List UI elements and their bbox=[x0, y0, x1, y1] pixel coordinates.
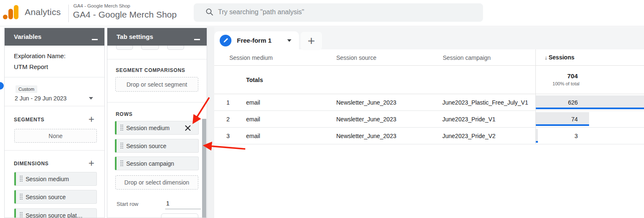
tab-chevron-down-icon[interactable] bbox=[287, 39, 291, 42]
sort-descending-icon: ↓ bbox=[545, 54, 548, 61]
drag-handle-icon[interactable] bbox=[20, 194, 23, 200]
divider bbox=[5, 77, 104, 77]
cell-session-source: Newsletter_June_2023 bbox=[336, 133, 396, 139]
sessions-value: 74 bbox=[536, 116, 578, 123]
exploration-name-label: Exploration Name: bbox=[14, 51, 65, 62]
property-switcher[interactable]: GA4 - Google Merch Shop bbox=[73, 10, 177, 20]
minimize-icon[interactable] bbox=[194, 39, 200, 40]
analytics-logo-icon bbox=[14, 5, 18, 19]
analytics-logo-icon bbox=[3, 15, 8, 19]
search-input[interactable]: Try searching "path analysis" bbox=[194, 3, 483, 22]
dimension-drop-label: Drop or select dimension bbox=[125, 179, 190, 186]
start-row-label: Start row bbox=[117, 201, 138, 207]
segments-none-label: None bbox=[49, 133, 62, 139]
cell-session-medium: email bbox=[246, 133, 260, 139]
search-placeholder: Try searching "path analysis" bbox=[218, 8, 304, 16]
dimension-chip-label: Session medium bbox=[126, 125, 170, 131]
table-header-row: Session medium Session source Session ca… bbox=[214, 49, 644, 66]
cell-session-source: Newsletter_June_2023 bbox=[336, 116, 396, 123]
divider bbox=[5, 106, 104, 106]
table-row[interactable]: 1emailNewsletter_June_2023June2023_Plast… bbox=[214, 94, 644, 111]
divider bbox=[5, 150, 104, 151]
panel-scrollbar[interactable] bbox=[202, 119, 206, 218]
edit-pencil-icon bbox=[220, 35, 231, 46]
date-range-selector[interactable]: 2 Jun - 29 Jun 2023 bbox=[15, 95, 67, 102]
tab-settings-panel: Tab settings SEGMENT COMPARISONS Drop or… bbox=[107, 28, 207, 218]
rows-label: ROWS bbox=[116, 111, 132, 117]
sessions-value: 3 bbox=[536, 133, 578, 139]
variables-panel-header: Variables bbox=[5, 28, 104, 46]
report-canvas: Free-form 1 + Session medium Session sou… bbox=[214, 27, 644, 218]
table-row[interactable]: 3emailNewsletter_June_2023June2023_Pride… bbox=[214, 128, 644, 144]
chevron-down-icon[interactable] bbox=[89, 97, 93, 100]
minimize-icon[interactable] bbox=[92, 39, 98, 40]
dimension-chip-label: Session campaign bbox=[126, 160, 174, 167]
variables-panel-title: Variables bbox=[14, 33, 42, 40]
table-rows: 1emailNewsletter_June_2023June2023_Plast… bbox=[214, 94, 644, 144]
drag-handle-icon[interactable] bbox=[120, 160, 124, 167]
segment-drop-label: Drop or select segment bbox=[127, 81, 187, 88]
dimension-chip[interactable]: Session source bbox=[115, 139, 199, 153]
edge-blue-dot bbox=[0, 82, 4, 90]
remove-dimension-icon[interactable] bbox=[184, 124, 192, 132]
dimension-chip[interactable]: Session medium bbox=[115, 121, 199, 135]
column-header-session-medium[interactable]: Session medium bbox=[229, 54, 273, 61]
show-rows-peek-button[interactable] bbox=[161, 213, 198, 218]
cell-session-source: Newsletter_June_2023 bbox=[336, 99, 396, 106]
column-header-sessions[interactable]: ↓Sessions bbox=[545, 54, 574, 61]
cell-sessions: 3 bbox=[536, 128, 644, 144]
drag-handle-icon[interactable] bbox=[120, 143, 124, 149]
dimension-chip-label: Session source bbox=[26, 194, 66, 200]
add-tab-button[interactable]: + bbox=[301, 32, 322, 50]
tab-settings-panel-header: Tab settings bbox=[107, 28, 207, 46]
add-dimension-button[interactable]: + bbox=[88, 159, 94, 167]
dimension-chip[interactable]: Session medium bbox=[14, 172, 97, 186]
totals-value: 704 bbox=[536, 72, 578, 80]
table-row[interactable]: 2emailNewsletter_June_2023June2023_Pride… bbox=[214, 111, 644, 128]
row-index: 2 bbox=[224, 116, 232, 123]
dimension-chip-label: Session source bbox=[126, 143, 166, 149]
panel-gap bbox=[207, 27, 214, 218]
add-segment-button[interactable]: + bbox=[88, 115, 94, 123]
totals-label: Totals bbox=[246, 77, 263, 83]
divider bbox=[107, 59, 207, 59]
dimension-chip[interactable]: Session source plat… bbox=[14, 208, 97, 218]
cell-session-campaign: June2023_Pride_V1 bbox=[442, 116, 496, 123]
row-index: 1 bbox=[224, 99, 232, 106]
app-bar: Analytics GA4 - Google Merch Shop GA4 - … bbox=[0, 0, 644, 26]
sessions-value: 626 bbox=[536, 99, 578, 106]
drag-handle-icon[interactable] bbox=[120, 125, 124, 131]
tab-settings-panel-title: Tab settings bbox=[117, 33, 153, 40]
segment-drop-target[interactable]: Drop or select segment bbox=[115, 77, 198, 92]
row-index: 3 bbox=[224, 133, 232, 139]
column-header-session-campaign[interactable]: Session campaign bbox=[443, 54, 491, 61]
dimension-chip[interactable]: Session campaign bbox=[115, 156, 199, 170]
divider bbox=[107, 102, 207, 103]
cell-session-campaign: June2023_Pride_V2 bbox=[442, 133, 496, 139]
search-icon bbox=[205, 8, 213, 18]
variables-panel: Variables Exploration Name: UTM Report C… bbox=[4, 28, 105, 218]
cell-sessions: 74 bbox=[536, 111, 644, 127]
product-name: Analytics bbox=[25, 7, 61, 17]
drag-handle-icon[interactable] bbox=[20, 212, 23, 218]
cell-session-medium: email bbox=[246, 116, 260, 123]
dimension-drop-target[interactable]: Drop or select dimension bbox=[115, 175, 198, 190]
column-header-session-source[interactable]: Session source bbox=[336, 54, 377, 61]
start-row-input[interactable]: 1 bbox=[166, 200, 169, 207]
exploration-name-value[interactable]: UTM Report bbox=[14, 62, 65, 72]
dimensions-label: DIMENSIONS bbox=[14, 161, 49, 167]
drag-handle-icon[interactable] bbox=[20, 176, 23, 182]
totals-row: Totals 704 100% of total bbox=[214, 66, 644, 94]
dimension-chip-label: Session medium bbox=[26, 176, 69, 182]
property-label: GA4 - Google Merch Shop bbox=[73, 3, 130, 8]
tab-free-form-1[interactable]: Free-form 1 bbox=[214, 31, 299, 49]
cell-sessions: 626 bbox=[536, 94, 644, 110]
tab-label: Free-form 1 bbox=[237, 37, 272, 44]
dimension-chip[interactable]: Session source bbox=[14, 190, 97, 204]
start-row-underline bbox=[165, 209, 201, 209]
dimension-chip-label: Session source plat… bbox=[26, 212, 83, 218]
cell-session-campaign: June2023_Plastic_Free_July_V1 bbox=[442, 99, 528, 106]
segments-none-box[interactable]: None bbox=[14, 129, 97, 143]
segment-comparisons-label: SEGMENT COMPARISONS bbox=[116, 67, 185, 73]
appbar-divider bbox=[68, 5, 69, 22]
